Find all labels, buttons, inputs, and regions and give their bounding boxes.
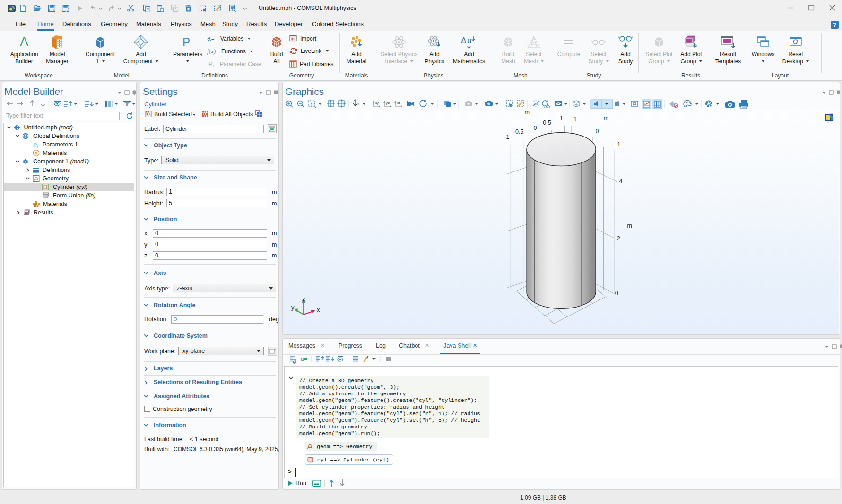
svg-text:i: i xyxy=(213,63,214,68)
svg-text:P: P xyxy=(182,35,190,48)
svg-text:f(x): f(x) xyxy=(207,48,216,55)
svg-text:-1: -1 xyxy=(615,141,620,148)
svg-text:m: m xyxy=(627,222,632,229)
svg-text:0: 0 xyxy=(615,290,618,297)
svg-text:0.5: 0.5 xyxy=(543,120,551,126)
svg-text:m: m xyxy=(524,110,529,116)
svg-text:P: P xyxy=(208,60,213,68)
svg-text:i: i xyxy=(190,42,191,49)
svg-text:z: z xyxy=(302,295,305,302)
svg-text:-0.5: -0.5 xyxy=(513,128,524,135)
svg-text:1: 1 xyxy=(560,115,563,122)
svg-text:4: 4 xyxy=(619,178,623,185)
svg-text:a: a xyxy=(207,35,211,42)
svg-text:2: 2 xyxy=(617,235,620,242)
svg-text:0: 0 xyxy=(596,128,599,135)
svg-text:yz: yz xyxy=(386,101,390,105)
svg-text:0: 0 xyxy=(533,125,537,131)
svg-text:1: 1 xyxy=(573,116,577,123)
svg-text:-1: -1 xyxy=(504,134,509,140)
svg-text:x: x xyxy=(317,306,320,313)
svg-text:i: i xyxy=(37,145,38,148)
svg-text:xy: xy xyxy=(375,101,379,105)
svg-text:?: ? xyxy=(833,22,836,28)
svg-text:a: a xyxy=(301,356,304,362)
svg-text:=: = xyxy=(211,36,214,42)
svg-text:xz: xz xyxy=(397,101,400,105)
svg-text:m: m xyxy=(603,115,608,121)
svg-text:y: y xyxy=(291,304,295,311)
svg-text:Δ: Δ xyxy=(461,36,466,45)
svg-text:A: A xyxy=(20,35,29,49)
svg-text:u: u xyxy=(467,36,471,45)
svg-text:P: P xyxy=(33,142,37,148)
